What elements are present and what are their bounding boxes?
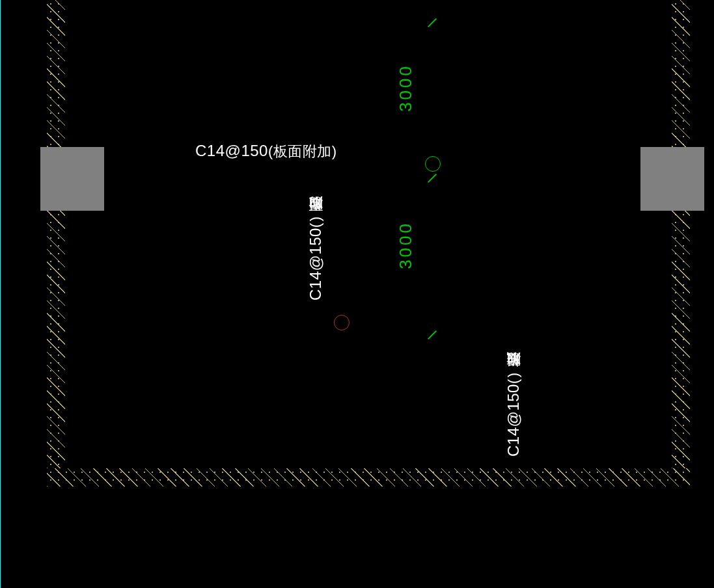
label-rebar-bottom: C14@150(板底附加) <box>504 327 523 457</box>
dim-tick-bottom <box>426 329 438 341</box>
label-rebar-vertical: C14@150(板面附加) <box>306 170 325 301</box>
dim-origin-marker <box>425 156 441 172</box>
cad-viewport[interactable]: C14@150(板面附加) C14@150(板面附加) C14@150(板底附加… <box>0 0 714 588</box>
label-rebar-horizontal: C14@150(板面附加) <box>195 142 337 161</box>
label-rebar-vertical-note: (板面附加) <box>307 216 323 228</box>
label-rebar-vertical-text: C14@150 <box>307 228 324 301</box>
dim-tick-mid <box>426 172 438 184</box>
column-pier-right <box>641 148 704 210</box>
column-pier-left <box>41 148 103 210</box>
dim-tick-top <box>426 17 438 29</box>
wall-bottom-hatch <box>47 468 690 487</box>
label-rebar-horizontal-note: (板面附加) <box>268 143 337 159</box>
label-rebar-bottom-note: (板底附加) <box>505 372 521 384</box>
rebar-end-marker-vertical <box>334 315 350 330</box>
dim-value-bottom: 3000 <box>396 221 416 269</box>
label-rebar-bottom-text: C14@150 <box>504 384 522 457</box>
wall-left-hatch <box>47 0 65 468</box>
label-rebar-horizontal-text: C14@150 <box>195 142 268 159</box>
wall-right-hatch <box>672 0 690 468</box>
dim-value-top: 3000 <box>396 64 416 112</box>
axis-vertical-cyan-left <box>0 0 1 588</box>
